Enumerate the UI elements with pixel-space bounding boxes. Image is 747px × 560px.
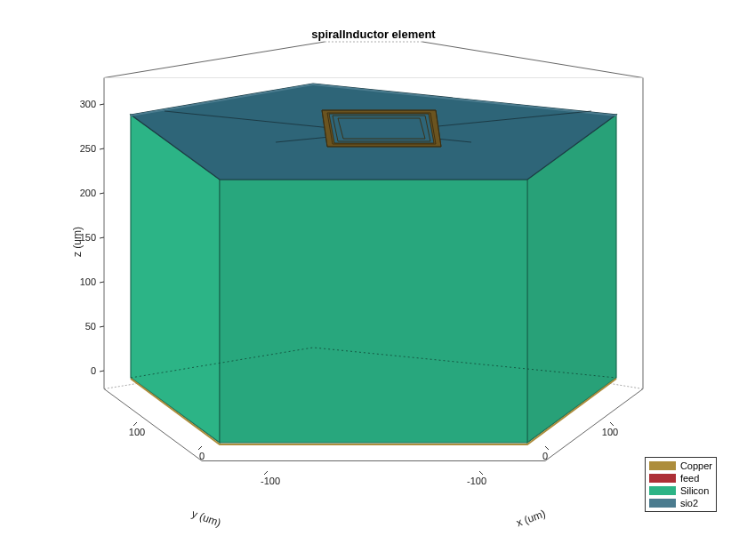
svg-line-38 [545,446,549,450]
svg-line-1 [104,42,325,78]
svg-text:-100: -100 [467,476,486,486]
svg-line-39 [610,422,614,426]
z-axis-label: z (um) [71,227,84,257]
svg-line-28 [100,326,104,327]
svg-text:300: 300 [80,99,96,109]
legend-label: Copper [680,460,712,472]
chart-title: spiralInductor element [0,28,747,41]
legend-swatch-sio2 [649,499,676,508]
svg-text:0: 0 [542,451,548,461]
svg-text:100: 100 [80,276,96,287]
svg-line-44 [198,446,202,450]
legend[interactable]: Copper feed Silicon sio2 [645,457,717,512]
svg-marker-13 [220,180,527,443]
svg-text:50: 50 [85,321,96,332]
axes-3d[interactable]: 0 50 100 150 200 250 300 -100 0 [0,0,747,560]
legend-label: Silicon [680,484,709,497]
svg-text:250: 250 [80,143,96,154]
legend-swatch-silicon [649,486,676,495]
legend-label: feed [680,472,699,484]
svg-text:100: 100 [129,427,145,437]
svg-line-31 [100,193,104,194]
legend-item-copper: Copper [649,460,712,472]
svg-line-33 [100,104,104,105]
svg-line-43 [264,471,268,475]
svg-text:100: 100 [602,427,618,437]
svg-line-32 [100,148,104,149]
svg-text:0: 0 [199,451,205,461]
legend-swatch-copper [649,461,676,470]
svg-line-27 [100,371,104,372]
legend-item-feed: feed [649,472,712,484]
svg-line-30 [100,237,104,238]
svg-line-29 [100,282,104,283]
svg-line-37 [479,471,483,475]
legend-swatch-feed [649,474,676,483]
figure: spiralInductor element [0,0,747,560]
legend-label: sio2 [680,497,698,509]
svg-line-45 [133,422,137,426]
svg-line-4 [422,42,643,78]
svg-text:-100: -100 [261,476,280,486]
legend-item-sio2: sio2 [649,497,712,509]
spiral-inductor [322,110,441,147]
svg-text:200: 200 [80,188,96,198]
legend-item-silicon: Silicon [649,484,712,497]
svg-text:0: 0 [91,365,96,376]
z-ticks [100,104,104,372]
